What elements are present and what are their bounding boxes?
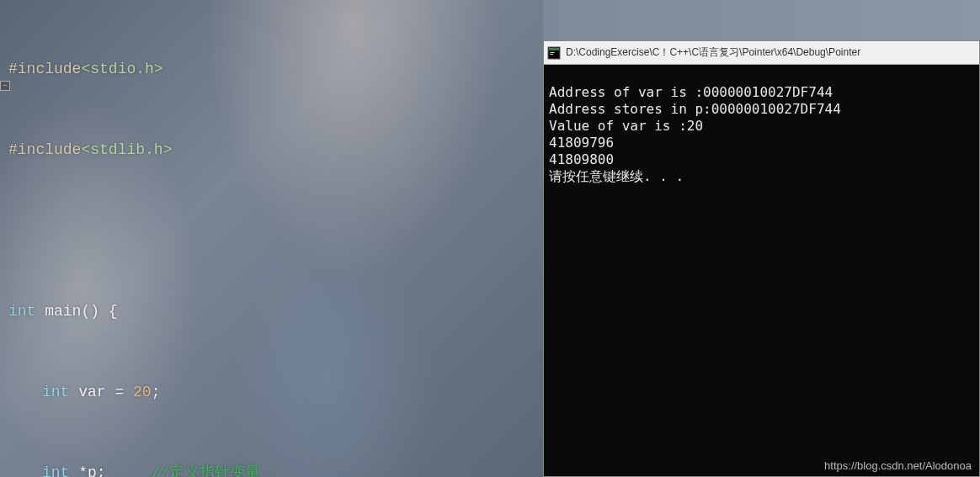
- keyword: int: [42, 464, 69, 477]
- svg-rect-3: [550, 54, 553, 55]
- preprocessor: #include: [8, 141, 81, 158]
- console-line: Value of var is :20: [549, 118, 703, 134]
- keyword: int: [8, 303, 35, 320]
- code-line-empty: [2, 217, 543, 244]
- console-line: 请按任意键继续. . .: [549, 168, 684, 184]
- svg-rect-1: [549, 48, 559, 50]
- comment: //定义指针变量: [152, 464, 261, 477]
- code-text: main() {: [35, 303, 117, 320]
- code-text: *p;: [69, 464, 151, 477]
- include-header: <stdio.h>: [81, 61, 162, 77]
- keyword: int: [42, 384, 69, 400]
- console-line: Address of var is :00000010027DF744: [549, 84, 833, 100]
- console-line: 41809800: [549, 151, 614, 167]
- console-title-text: D:\CodingExercise\C！C++\C语言复习\Pointer\x6…: [566, 45, 860, 60]
- code-content[interactable]: #include<stdio.h> #include<stdlib.h> int…: [0, 0, 543, 477]
- svg-rect-2: [550, 52, 555, 53]
- code-editor-pane[interactable]: − #include<stdio.h> #include<stdlib.h> i…: [0, 0, 543, 477]
- console-line: 41809796: [549, 135, 614, 151]
- console-window[interactable]: D:\CodingExercise\C！C++\C语言复习\Pointer\x6…: [543, 40, 980, 477]
- console-output[interactable]: Address of var is :00000010027DF744 Addr…: [544, 65, 979, 204]
- console-line: Address stores in p:00000010027DF744: [549, 101, 841, 117]
- watermark-text: https://blog.csdn.net/Alodonoa: [824, 459, 972, 472]
- code-line: #include<stdio.h>: [2, 56, 543, 82]
- number-literal: 20: [133, 384, 152, 400]
- include-header: <stdlib.h>: [81, 141, 172, 158]
- code-line: int var = 20;: [2, 379, 543, 405]
- editor-top-gap: [543, 0, 980, 40]
- preprocessor: #include: [8, 61, 81, 77]
- code-line: int *p; //定义指针变量: [2, 459, 543, 477]
- code-text: var =: [69, 384, 133, 400]
- code-line: int main() {: [2, 298, 543, 325]
- code-text: ;: [152, 384, 161, 400]
- code-line: #include<stdlib.h>: [2, 136, 543, 163]
- console-icon: [547, 46, 561, 60]
- console-titlebar[interactable]: D:\CodingExercise\C！C++\C语言复习\Pointer\x6…: [544, 41, 979, 65]
